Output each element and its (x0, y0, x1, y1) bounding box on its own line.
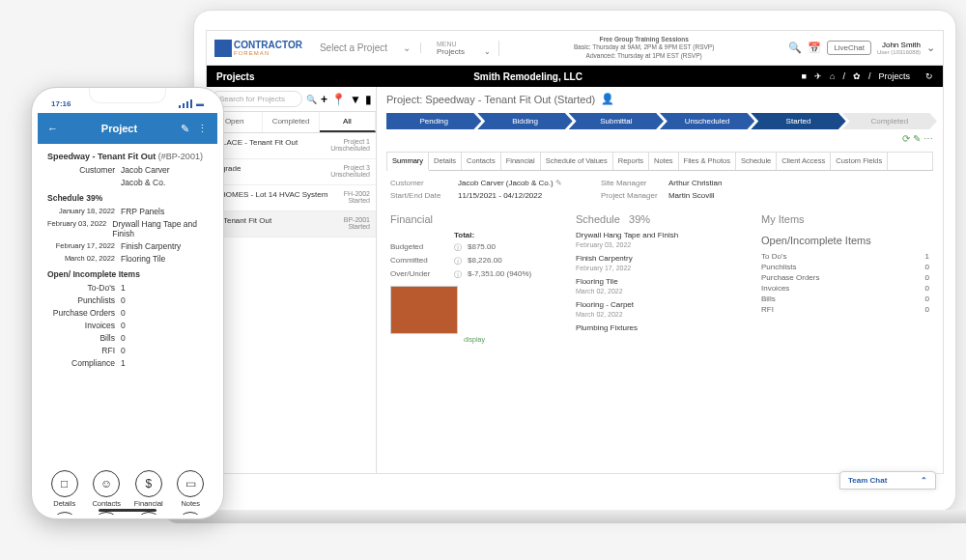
open-item-row[interactable]: Punchlists0 (761, 263, 929, 271)
add-icon[interactable]: + (321, 93, 327, 106)
chevron-down-icon[interactable]: ⌄ (926, 42, 935, 54)
phone-action-notes[interactable]: ▭Notes (171, 470, 210, 508)
phone-action-contacts[interactable]: ☺Contacts (87, 470, 126, 508)
user-id: User (10316088) (877, 49, 921, 55)
phone-action-details[interactable]: □Details (45, 470, 84, 508)
training-sessions[interactable]: Free Group Training Sessions Basic: Thur… (507, 36, 781, 60)
schedule-date: March 02, 2022 (576, 288, 744, 294)
edit-icon[interactable]: ✎ (913, 133, 921, 144)
brand-logo[interactable]: CONTRACTOR FOREMAN (214, 40, 302, 57)
phone-time: 17:16 (51, 99, 71, 108)
columns-icon[interactable]: ▮ (365, 93, 372, 106)
chat-icon[interactable]: ✈ (814, 71, 822, 81)
stage-unscheduled[interactable]: Unscheduled (660, 113, 754, 129)
open-item-row[interactable]: Bills0 (761, 294, 929, 303)
phone-action-financial[interactable]: $Financial (129, 470, 168, 508)
schedule-item[interactable]: Flooring Tile (576, 277, 744, 286)
phone-open-row: Purchase Orders0 (47, 308, 208, 318)
company-name: Smith Remodeling, LLC (254, 71, 801, 82)
user-menu[interactable]: John Smith User (10316088) (877, 41, 921, 55)
phone-action-custom[interactable]: ≣Custom (129, 512, 168, 515)
team-chat-widget[interactable]: Team Chat ⌃ (839, 471, 936, 474)
filter-icon[interactable]: ▼ (350, 93, 361, 106)
stage-started[interactable]: Started (751, 113, 845, 129)
dates-label: Start/End Date (390, 191, 458, 200)
phone-schedule-row: March 02, 2022Flooring Tile (47, 254, 208, 264)
project-info: CustomerJacob Carver (Jacob & Co.) ✎ Sta… (386, 171, 933, 208)
tab-client-access[interactable]: Client Access (777, 153, 831, 170)
open-item-row[interactable]: To Do's1 (761, 252, 929, 261)
phone-open-row: Compliance1 (47, 358, 208, 368)
schedule-pct: 39% (629, 213, 650, 225)
myitems-heading: My Items (761, 213, 929, 225)
project-list-item[interactable]: Project 1UnscheduledPALACE - Tenant Fit … (207, 133, 376, 159)
livechat-button[interactable]: LiveChat (827, 41, 871, 55)
phone-open-row: RFI0 (47, 346, 208, 355)
video-icon[interactable]: ■ (802, 71, 807, 81)
stage-submittal[interactable]: Submittal (569, 113, 664, 129)
site-manager-label: Site Manager (601, 179, 668, 187)
tab-completed[interactable]: Completed (263, 112, 319, 132)
breadcrumb-projects[interactable]: Projects (878, 71, 910, 81)
refresh-icon[interactable]: ↻ (925, 71, 933, 81)
tab-details[interactable]: Details (429, 153, 462, 170)
schedule-item[interactable]: Plumbing Fixtures (576, 323, 744, 332)
stage-completed[interactable]: Completed (842, 113, 937, 129)
edit-icon[interactable]: ✎ (181, 123, 189, 135)
phone-action-new[interactable]: +New (171, 512, 210, 515)
tab-schedule-of-values[interactable]: Schedule of Values (541, 153, 613, 170)
menu-dropdown[interactable]: MENU Projects ⌄ (429, 41, 499, 56)
menu-value: Projects (437, 47, 465, 56)
project-list-item[interactable]: BP-2001Startedy - Tenant Fit Outial (207, 211, 376, 238)
phone-action-files[interactable]: 🗀Files (45, 512, 84, 515)
edit-icon[interactable]: ✎ (555, 179, 562, 187)
back-icon[interactable]: ← (47, 123, 58, 134)
project-thumbnail[interactable] (390, 286, 458, 334)
person-icon[interactable]: 👤 (601, 93, 614, 105)
dates-value: 11/15/2021 - 04/12/2022 (458, 191, 542, 200)
select-project-dropdown[interactable]: Select a Project ⌄ (310, 42, 421, 53)
tab-all[interactable]: All (320, 112, 376, 132)
search-input[interactable]: Search for Projects (211, 91, 302, 107)
phone-action-sov[interactable]: ⌸SOV (87, 512, 126, 515)
schedule-item[interactable]: Drywall Hang Tape and Finish (576, 231, 744, 239)
pin-icon[interactable]: 📍 (331, 93, 346, 106)
user-name: John Smith (877, 41, 921, 49)
home-icon[interactable]: ⌂ (830, 71, 835, 81)
schedule-col: Schedule 39% Drywall Hang Tape and Finis… (576, 213, 744, 343)
summary-columns: Financial Total: Budgetedⓘ$875.00 Commit… (386, 208, 933, 349)
stage-bidding[interactable]: Bidding (477, 113, 572, 129)
gear-icon[interactable]: ✿ (853, 71, 861, 81)
project-list-item[interactable]: FH-2002StartedD HOMES - Lot 14 HVAC Syst… (207, 185, 376, 211)
project-list-item[interactable]: Project 3Unscheduledupgradeial (207, 159, 376, 185)
tab-notes[interactable]: Notes (649, 153, 679, 170)
tab-financial[interactable]: Financial (501, 153, 541, 170)
stage-pending[interactable]: Pending (386, 113, 481, 129)
open-item-row[interactable]: Invoices0 (761, 284, 929, 293)
open-item-row[interactable]: RFI0 (761, 305, 929, 314)
phone-schedule-row: February 17, 2022Finish Carpentry (47, 241, 208, 251)
more-icon[interactable]: ⋯ (923, 133, 933, 144)
calendar-icon[interactable]: 📅 (808, 42, 821, 54)
financial-col: Financial Total: Budgetedⓘ$875.00 Commit… (390, 213, 558, 343)
tab-custom-fields[interactable]: Custom Fields (831, 153, 888, 170)
open-item-row[interactable]: Purchase Orders0 (761, 273, 929, 282)
home-indicator[interactable] (99, 509, 156, 512)
schedule-item[interactable]: Flooring - Carpet (576, 300, 744, 309)
refresh-icon[interactable]: ⟳ (902, 133, 910, 144)
schedule-item[interactable]: Finish Carpentry (576, 254, 744, 263)
phone-open-row: Invoices0 (47, 321, 208, 330)
search-icon[interactable]: 🔍 (788, 42, 802, 54)
tab-contacts[interactable]: Contacts (462, 153, 501, 170)
tab-reports[interactable]: Reports (613, 153, 649, 170)
more-icon[interactable]: ⋮ (197, 123, 208, 135)
tab-summary[interactable]: Summary (387, 153, 429, 171)
thumbnail-label[interactable]: display (390, 336, 558, 343)
customer-value: Jacob Carver (Jacob & Co.) (458, 179, 554, 187)
search-icon[interactable]: 🔍 (306, 95, 317, 104)
detail-tabs: SummaryDetailsContactsFinancialSchedule … (386, 152, 933, 171)
brand-icon (214, 40, 232, 57)
signal-icon: ▬ (179, 99, 204, 108)
tab-schedule[interactable]: Schedule (736, 153, 777, 170)
tab-files-photos[interactable]: Files & Photos (679, 153, 736, 170)
